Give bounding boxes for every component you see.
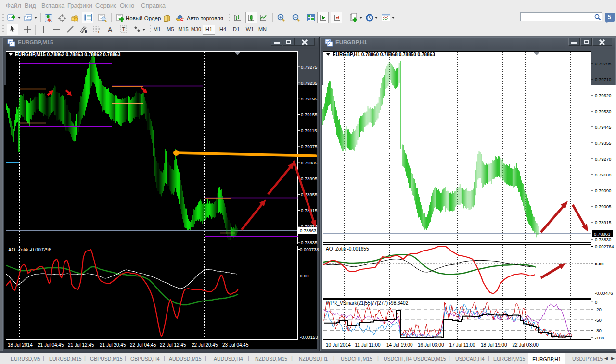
svg-text:-0.00153: -0.00153: [300, 334, 318, 339]
svg-text:21 Jul 20:45: 21 Jul 20:45: [100, 342, 126, 348]
svg-text:0: 0: [595, 300, 597, 305]
svg-text:0.79530: 0.79530: [595, 109, 611, 114]
svg-text:0.78863: 0.78863: [594, 231, 610, 237]
svg-text:0.78830: 0.78830: [595, 237, 611, 242]
svg-text:0.79075: 0.79075: [301, 144, 317, 149]
svg-text:0.00: 0.00: [595, 261, 604, 266]
svg-text:0.00: 0.00: [300, 273, 309, 278]
svg-text:10 Jul 2014: 10 Jul 2014: [326, 342, 351, 348]
svg-text:23 Jul 04:45: 23 Jul 04:45: [222, 342, 249, 348]
svg-text:0.79795: 0.79795: [595, 61, 611, 66]
svg-text:0.79155: 0.79155: [301, 112, 317, 117]
svg-text:-80: -80: [595, 328, 602, 333]
svg-text:0.79035: 0.79035: [301, 160, 317, 165]
svg-text:EURGBP,H1 0.78860 0.78868 0.7: EURGBP,H1 0.78860 0.78868 0.78850 0.7886…: [333, 52, 435, 57]
svg-text:-100: -100: [595, 335, 604, 340]
svg-text:0.79115: 0.79115: [301, 128, 317, 133]
svg-text:0.78863: 0.78863: [300, 228, 316, 233]
svg-text:18 Jul 19:00: 18 Jul 19:00: [481, 342, 507, 348]
svg-text:11 Jul 11:00: 11 Jul 11:00: [355, 342, 381, 348]
svg-text:0.78915: 0.78915: [595, 220, 611, 225]
svg-text:16 Jul 03:00: 16 Jul 03:00: [418, 342, 444, 348]
svg-text:22 Jul 20:45: 22 Jul 20:45: [192, 342, 218, 348]
svg-text:0.79090: 0.79090: [595, 188, 611, 193]
svg-text:0.79710: 0.79710: [595, 77, 611, 82]
svg-text:0.000738: 0.000738: [300, 247, 319, 252]
svg-text:-20: -20: [595, 307, 602, 312]
svg-text:AO_Zotik -0.000296: AO_Zotik -0.000296: [8, 247, 51, 252]
svg-text:0.79180: 0.79180: [595, 172, 611, 177]
svg-text:EURGBP,M15 0.78862 0.78863 0.: EURGBP,M15 0.78862 0.78863 0.78862 0.788…: [15, 52, 121, 57]
svg-text:14 Jul 19:00: 14 Jul 19:00: [386, 342, 413, 348]
svg-text:AO_Zotik -0.001655: AO_Zotik -0.001655: [326, 246, 369, 251]
svg-text:-0.00476: -0.00476: [595, 290, 613, 296]
svg-text:21 Jul 04:45: 21 Jul 04:45: [38, 342, 64, 348]
svg-text:0.78995: 0.78995: [301, 176, 317, 181]
svg-text:22 Jul 03:00: 22 Jul 03:00: [512, 342, 539, 348]
svg-text:0.79620: 0.79620: [595, 93, 611, 98]
svg-text:0.79005: 0.79005: [595, 204, 611, 209]
svg-text:-50: -50: [595, 317, 602, 323]
svg-text:0.79355: 0.79355: [595, 140, 611, 146]
svg-text:0.78835: 0.78835: [301, 240, 317, 245]
svg-text:WPR_VSmark(21|55|77|277) -98.6: WPR_VSmark(21|55|77|277) -98.6402: [326, 301, 409, 306]
svg-text:18 Jul 2014: 18 Jul 2014: [8, 342, 33, 348]
svg-text:22 Jul 12:45: 22 Jul 12:45: [160, 342, 186, 348]
svg-text:0.002764: 0.002764: [595, 244, 614, 249]
svg-text:21 Jul 12:45: 21 Jul 12:45: [68, 342, 94, 348]
svg-text:22 Jul 04:45: 22 Jul 04:45: [130, 342, 156, 348]
svg-text:0.79235: 0.79235: [301, 80, 317, 86]
svg-text:0.79195: 0.79195: [301, 96, 317, 101]
svg-text:0.79270: 0.79270: [595, 156, 611, 162]
svg-text:17 Jul 11:00: 17 Jul 11:00: [449, 342, 475, 348]
svg-text:0.79275: 0.79275: [301, 64, 317, 70]
svg-text:0.79445: 0.79445: [595, 125, 611, 130]
